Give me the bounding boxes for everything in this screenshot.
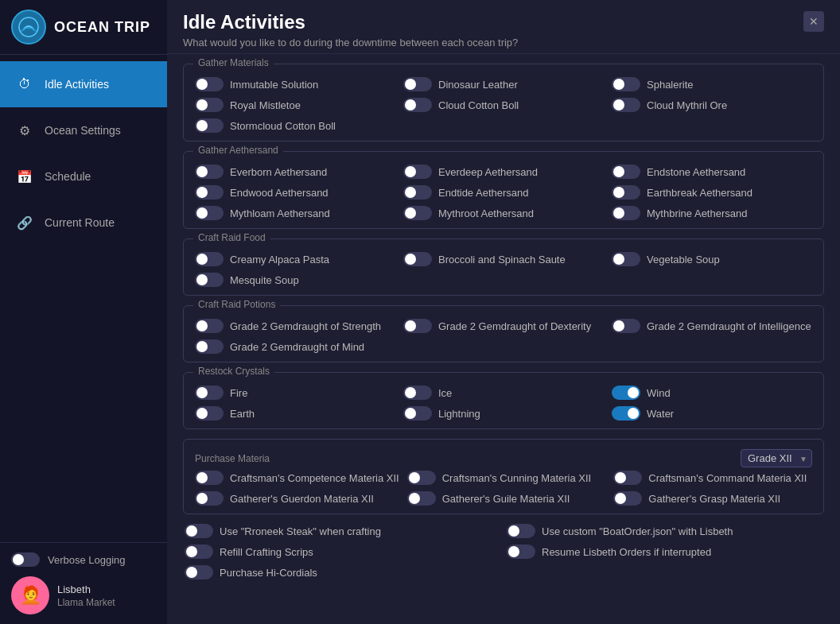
list-item: Mythloam Aethersand: [195, 206, 395, 220]
list-item: Broccoli and Spinach Saute: [403, 252, 604, 266]
endtide-aethersand-toggle[interactable]: [403, 185, 432, 200]
list-item: Earth: [195, 406, 395, 421]
list-item: Earthbreak Aethersand: [612, 185, 812, 200]
resume-lisbeth-toggle[interactable]: [507, 545, 535, 559]
grasp-materia-toggle[interactable]: [613, 491, 642, 506]
list-item: Cloud Cotton Boll: [403, 98, 604, 112]
list-item: Everborn Aethersand: [195, 165, 395, 179]
gemdraught-mind-toggle[interactable]: [195, 339, 224, 354]
list-item: Lightning: [403, 406, 604, 421]
broccoli-spinach-saute-toggle[interactable]: [403, 252, 432, 266]
royal-mistletoe-toggle[interactable]: [195, 98, 224, 112]
custom-boat-order-toggle[interactable]: [507, 524, 535, 538]
water-toggle[interactable]: [612, 406, 640, 421]
verbose-logging-toggle[interactable]: [11, 552, 40, 567]
gemdraught-dexterity-toggle[interactable]: [403, 319, 432, 333]
list-item: Vegetable Soup: [612, 252, 812, 266]
cunning-materia-toggle[interactable]: [407, 471, 436, 485]
sidebar-item-schedule[interactable]: 📅 Schedule: [0, 153, 167, 200]
mythroot-aethersand-toggle[interactable]: [403, 206, 432, 220]
competence-materia-toggle[interactable]: [195, 471, 224, 485]
list-item: Everdeep Aethersand: [403, 165, 604, 179]
endstone-aethersand-toggle[interactable]: [612, 165, 640, 179]
sidebar: OCEAN TRIP ⏱ Idle Activities ⚙ Ocean Set…: [0, 0, 167, 624]
rroneek-steak-toggle[interactable]: [185, 524, 213, 538]
sphalerite-toggle[interactable]: [612, 77, 640, 91]
ocean-settings-label: Ocean Settings: [45, 124, 121, 137]
ice-toggle[interactable]: [403, 386, 432, 400]
list-item: Creamy Alpaca Pasta: [195, 252, 395, 266]
main-header: Idle Activities What would you like to d…: [167, 0, 840, 54]
list-item: Grade 2 Gemdraught of Strength: [195, 319, 395, 333]
current-route-label: Current Route: [45, 216, 115, 229]
dinosaur-leather-toggle[interactable]: [403, 77, 432, 91]
fire-toggle[interactable]: [195, 386, 224, 400]
verbose-logging-row: Verbose Logging: [11, 552, 156, 567]
restock-crystals-grid: Fire Ice Wind Earth Lightning: [195, 386, 812, 421]
list-item: Gatherer's Guerdon Materia XII: [195, 491, 399, 506]
market-label: Llama Market: [57, 597, 115, 608]
endwood-aethersand-toggle[interactable]: [195, 185, 224, 200]
app-logo-icon: [11, 10, 46, 45]
list-item: Craftsman's Command Materia XII: [613, 471, 812, 485]
list-item: Cloud Mythril Ore: [612, 98, 812, 112]
verbose-logging-label: Verbose Logging: [48, 554, 126, 566]
craft-raid-food-legend: Craft Raid Food: [193, 232, 270, 243]
ocean-settings-icon: ⚙: [14, 120, 35, 141]
list-item: Use "Rroneek Steak" when crafting: [185, 524, 500, 538]
idle-activities-icon: ⏱: [14, 74, 35, 95]
mesquite-soup-toggle[interactable]: [195, 273, 224, 287]
current-route-icon: 🔗: [14, 212, 35, 233]
idle-activities-label: Idle Activities: [45, 78, 109, 91]
everdeep-aethersand-toggle[interactable]: [403, 165, 432, 179]
page-title: Idle Activities: [183, 11, 518, 33]
purchase-hi-cordials-toggle[interactable]: [185, 565, 213, 579]
cloud-cotton-boll-toggle[interactable]: [403, 98, 432, 112]
list-item: Craftsman's Competence Materia XII: [195, 471, 399, 485]
grade-select[interactable]: Grade XII Grade XI Grade X: [741, 449, 812, 467]
list-item: Mythroot Aethersand: [403, 206, 604, 220]
section-gather-aethersand: Gather Aethersand Everborn Aethersand Ev…: [183, 151, 824, 229]
everborn-aethersand-toggle[interactable]: [195, 165, 224, 179]
sidebar-item-current-route[interactable]: 🔗 Current Route: [0, 200, 167, 246]
list-item: Grade 2 Gemdraught of Mind: [195, 339, 395, 354]
guile-materia-toggle[interactable]: [407, 491, 436, 506]
mythloam-aethersand-toggle[interactable]: [195, 206, 224, 220]
sidebar-item-idle-activities[interactable]: ⏱ Idle Activities: [0, 61, 167, 107]
list-item: Ice: [403, 386, 604, 400]
lightning-toggle[interactable]: [403, 406, 432, 421]
list-item: Grade 2 Gemdraught of Intelligence: [612, 319, 812, 333]
stormcloud-cotton-boll-toggle[interactable]: [195, 118, 224, 133]
list-item: Royal Mistletoe: [195, 98, 395, 112]
craft-raid-food-grid: Creamy Alpaca Pasta Broccoli and Spinach…: [195, 252, 812, 287]
schedule-icon: 📅: [14, 166, 35, 187]
wind-toggle[interactable]: [612, 386, 640, 400]
immutable-solution-toggle[interactable]: [195, 77, 224, 91]
earth-toggle[interactable]: [195, 406, 224, 421]
list-item: Grade 2 Gemdraught of Dexterity: [403, 319, 604, 333]
sidebar-item-ocean-settings[interactable]: ⚙ Ocean Settings: [0, 107, 167, 153]
list-item: Endstone Aethersand: [612, 165, 812, 179]
main-content: Idle Activities What would you like to d…: [167, 0, 840, 624]
list-item: Gatherer's Guile Materia XII: [407, 491, 606, 506]
list-item: Stormcloud Cotton Boll: [195, 118, 395, 133]
bottom-row-3: Purchase Hi-Cordials: [185, 565, 822, 579]
guerdon-materia-toggle[interactable]: [195, 491, 224, 506]
earthbreak-aethersand-toggle[interactable]: [612, 185, 640, 200]
gemdraught-strength-toggle[interactable]: [195, 319, 224, 333]
gemdraught-intelligence-toggle[interactable]: [612, 319, 640, 333]
section-craft-raid-food: Craft Raid Food Creamy Alpaca Pasta Broc…: [183, 238, 824, 296]
creamy-alpaca-pasta-toggle[interactable]: [195, 252, 224, 266]
list-item: Dinosaur Leather: [403, 77, 604, 91]
cloud-mythril-ore-toggle[interactable]: [612, 98, 640, 112]
vegetable-soup-toggle[interactable]: [612, 252, 640, 266]
sidebar-nav: ⏱ Idle Activities ⚙ Ocean Settings 📅 Sch…: [0, 55, 167, 542]
mythbrine-aethersand-toggle[interactable]: [612, 206, 640, 220]
close-button[interactable]: ✕: [803, 11, 824, 32]
refill-crafting-scrips-toggle[interactable]: [185, 545, 213, 559]
list-item: Mythbrine Aethersand: [612, 206, 812, 220]
section-purchase-materia: Purchase Materia Grade XII Grade XI Grad…: [183, 439, 824, 514]
command-materia-toggle[interactable]: [613, 471, 642, 485]
list-item: Sphalerite: [612, 77, 812, 91]
logo-area: OCEAN TRIP: [0, 0, 167, 55]
